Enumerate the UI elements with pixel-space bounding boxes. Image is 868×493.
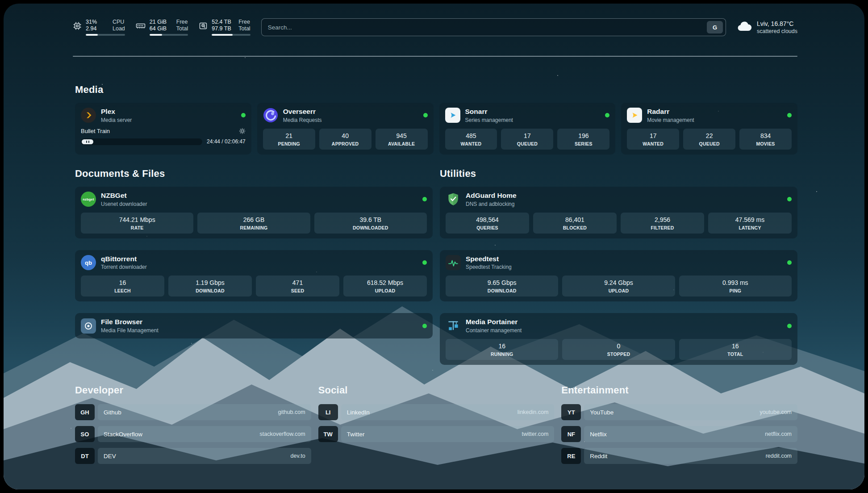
portainer-icon [446,318,461,334]
bookmark-dev[interactable]: DT DEV dev.to [75,448,311,464]
app-card-nzbget[interactable]: nzbget NZBGet Usenet downloader 744.21 M… [75,187,433,238]
dashboard-screen: 31% CPU 2.94 Load 21 [4,4,864,489]
app-card-plex[interactable]: Plex Media server Bullet Train [75,103,251,155]
ram-free: 21 GiB [150,19,170,25]
stat-stopped: 0 STOPPED [562,339,675,360]
documents-column: Documents & Files nzbget NZBGet Usenet d… [75,168,433,365]
stat-download: 9.65 Gbps DOWNLOAD [446,276,558,297]
playback-progress-bar[interactable] [81,138,202,145]
sonarr-icon [445,108,460,123]
stat-download: 1.19 Gbps DOWNLOAD [168,276,252,297]
bookmark-github[interactable]: GH Github github.com [75,404,311,420]
stat-remaining: 266 GB REMAINING [197,213,310,234]
plex-icon [81,108,96,123]
stat-queued: 22 QUEUED [683,129,735,150]
status-online-dot [241,113,246,117]
cpu-load: 2.94 [86,25,106,32]
bookmark-name: LinkedIn [347,409,370,416]
top-bar: 31% CPU 2.94 Load 21 [73,15,797,39]
stat-filtered: 2,956 FILTERED [621,213,704,234]
overseerr-icon [263,108,278,123]
stat-latency: 47.569 ms LATENCY [708,213,792,234]
app-name: AdGuard Home [466,192,517,200]
bookmark-url: twitter.com [522,431,549,437]
search-engine-button[interactable]: G [707,21,723,33]
status-online-dot [422,197,427,201]
pause-handle[interactable] [82,139,93,144]
bookmark-url: youtube.com [760,409,792,415]
status-online-dot [422,324,427,328]
bookmark-stackoverflow[interactable]: SO StackOverflow stackoverflow.com [75,426,311,442]
app-card-overseerr[interactable]: Overseerr Media Requests 21 PENDING 40 A… [257,103,434,155]
screenshot-canvas: 31% CPU 2.94 Load 21 [0,0,868,493]
stat-downloaded: 39.6 TB DOWNLOADED [314,213,427,234]
status-online-dot [787,260,792,265]
app-name: Overseerr [283,108,322,116]
stat-series: 196 SERIES [557,129,609,150]
stat-upload: 9.24 Gbps UPLOAD [562,276,675,297]
speedtest-icon [446,255,461,270]
app-card-radarr[interactable]: Radarr Movie management 17 WANTED 22 QUE… [621,103,797,155]
app-desc: Torrent downloader [101,264,147,270]
app-card-filebrowser[interactable]: File Browser Media File Management [75,313,433,338]
stat-total: 16 TOTAL [679,339,792,360]
stat-blocked: 86,401 BLOCKED [533,213,617,234]
section-title-utilities: Utilities [440,168,797,180]
youtube-icon: YT [561,404,581,420]
bookmark-linkedin[interactable]: LI LinkedIn linkedin.com [318,404,555,420]
app-desc: Media File Management [101,327,159,334]
app-card-speedtest[interactable]: Speedtest Speedtest Tracking 9.65 Gbps D… [440,250,797,302]
app-card-qbittorrent[interactable]: qb qBittorrent Torrent downloader 16 [75,250,433,302]
qbittorrent-icon: qb [81,255,96,270]
app-card-portainer[interactable]: Media Portainer Container management 16 … [440,313,797,365]
app-name: Radarr [647,108,694,116]
bookmarks-entertainment: Entertainment YT YouTube youtube.com NF … [561,384,797,470]
reddit-icon: RE [561,448,581,464]
bookmark-name: Github [104,409,121,416]
app-name: File Browser [101,318,159,326]
status-online-dot [605,113,609,117]
weather-widget: Lviv, 16.87°C scattered clouds [737,20,797,34]
stat-leech: 16 LEECH [81,276,164,297]
section-title-entertainment: Entertainment [561,384,797,396]
search-bar: G [261,18,726,36]
bookmark-youtube[interactable]: YT YouTube youtube.com [561,404,797,420]
stat-running: 16 RUNNING [446,339,558,360]
cpu-progress-bar [86,34,125,36]
ram-total: 64 GiB [150,25,170,32]
ram-progress-bar [150,34,188,36]
stat-ping: 0.993 ms PING [679,276,792,297]
plex-player-row: 24:44 / 02:06:47 [81,138,246,145]
weather-location: Lviv, 16.87°C [757,20,797,27]
stat-upload: 618.52 Mbps UPLOAD [343,276,427,297]
app-desc: DNS and adblocking [466,201,517,207]
bookmark-name: YouTube [590,409,613,416]
app-card-sonarr[interactable]: Sonarr Series management 485 WANTED 17 Q… [439,103,616,155]
gear-icon[interactable] [239,128,246,134]
ram-free-label: Free [176,19,188,25]
status-online-dot [787,197,792,201]
ram-icon [136,21,146,32]
radarr-icon [627,108,642,123]
app-name: Speedtest [466,255,512,263]
search-input[interactable] [268,24,703,31]
disk-usage-widget: 52.4 TB Free 97.9 TB Total [199,19,250,36]
bookmark-url: dev.to [291,453,305,459]
app-name: Media Portainer [466,318,522,326]
bookmark-twitter[interactable]: TW Twitter twitter.com [318,426,555,442]
app-card-adguard[interactable]: AdGuard Home DNS and adblocking 498,564 … [440,187,797,238]
bookmark-url: reddit.com [766,453,792,459]
cpu-load-label: Load [113,25,125,32]
stat-pending: 21 PENDING [263,129,315,150]
stat-wanted: 485 WANTED [445,129,497,150]
bookmark-netflix[interactable]: NF Netflix netflix.com [561,426,797,442]
filebrowser-icon [81,318,96,334]
section-title-social: Social [318,384,555,396]
bookmark-name: DEV [104,453,116,460]
section-title-media: Media [75,84,797,96]
app-desc: Media Requests [283,117,322,123]
bookmark-reddit[interactable]: RE Reddit reddit.com [561,448,797,464]
bookmark-name: Twitter [347,431,365,438]
section-title-developer: Developer [75,384,311,396]
app-desc: Usenet downloader [101,201,147,207]
